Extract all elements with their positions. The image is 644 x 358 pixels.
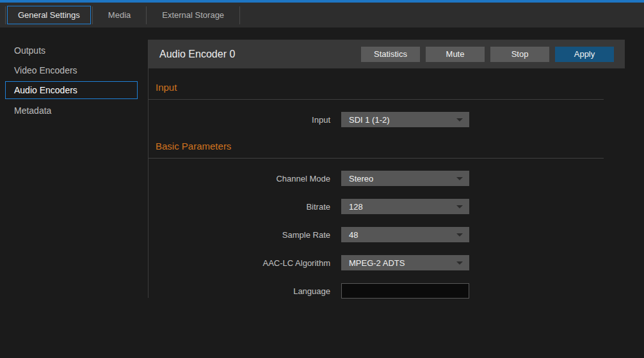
aac-lc-algorithm-dropdown-value: MPEG-2 ADTS <box>349 258 405 268</box>
statistics-button[interactable]: Statistics <box>361 47 420 62</box>
content-area: Outputs Video Encoders Audio Encoders Me… <box>0 27 644 358</box>
sample-rate-dropdown[interactable]: 48 <box>341 227 469 242</box>
mute-button[interactable]: Mute <box>426 47 485 62</box>
bitrate-dropdown-value: 128 <box>349 202 363 212</box>
input-dropdown[interactable]: SDI 1 (1-2) <box>341 112 469 127</box>
tab-general-settings[interactable]: General Settings <box>7 6 91 24</box>
page-title: Audio Encoder 0 <box>159 49 355 60</box>
input-dropdown-value: SDI 1 (1-2) <box>349 115 390 125</box>
language-label: Language <box>148 286 330 296</box>
panel-header: Audio Encoder 0 Statistics Mute Stop App… <box>148 40 625 68</box>
form-row-channel-mode: Channel Mode Stereo <box>148 171 604 186</box>
channel-mode-label: Channel Mode <box>148 174 330 183</box>
section-title-basic-parameters: Basic Parameters <box>148 141 604 159</box>
tab-external-storage[interactable]: External Storage <box>147 6 239 24</box>
input-label: Input <box>148 115 330 125</box>
aac-lc-algorithm-dropdown[interactable]: MPEG-2 ADTS <box>341 255 469 270</box>
main-panel: Audio Encoder 0 Statistics Mute Stop App… <box>148 27 644 358</box>
sample-rate-label: Sample Rate <box>148 230 330 240</box>
caret-down-icon <box>456 233 463 237</box>
sidebar-item-video-encoders[interactable]: Video Encoders <box>0 60 148 80</box>
section-input-rows: Input SDI 1 (1-2) <box>148 100 604 127</box>
form-row-input: Input SDI 1 (1-2) <box>148 112 604 127</box>
tab-bar: General Settings Media External Storage <box>0 3 644 27</box>
apply-button[interactable]: Apply <box>555 47 614 62</box>
aac-lc-algorithm-label: AAC-LC Algorithm <box>148 258 330 268</box>
sidebar-item-outputs[interactable]: Outputs <box>0 40 148 60</box>
bitrate-dropdown[interactable]: 128 <box>341 199 469 214</box>
tab-media[interactable]: Media <box>93 6 146 24</box>
caret-down-icon <box>456 118 463 121</box>
sidebar: Outputs Video Encoders Audio Encoders Me… <box>0 27 148 358</box>
form-row-bitrate: Bitrate 128 <box>148 199 604 214</box>
tab-separator <box>239 6 240 24</box>
caret-down-icon <box>456 177 463 180</box>
channel-mode-dropdown[interactable]: Stereo <box>341 171 469 186</box>
bitrate-label: Bitrate <box>148 202 330 212</box>
form-row-sample-rate: Sample Rate 48 <box>148 227 604 242</box>
form-sections: Input Input SDI 1 (1-2) Basic Parameters… <box>148 82 604 299</box>
tab-separator <box>5 6 6 24</box>
form-row-aac-lc-algorithm: AAC-LC Algorithm MPEG-2 ADTS <box>148 255 604 270</box>
stop-button[interactable]: Stop <box>490 47 549 62</box>
section-basic-parameters-rows: Channel Mode Stereo Bitrate 128 Sample R… <box>148 159 604 299</box>
language-input[interactable] <box>341 283 469 299</box>
caret-down-icon <box>456 205 463 208</box>
sidebar-divider <box>148 40 149 298</box>
sidebar-item-metadata[interactable]: Metadata <box>0 100 148 120</box>
sample-rate-dropdown-value: 48 <box>349 230 358 240</box>
sidebar-item-audio-encoders[interactable]: Audio Encoders <box>5 81 138 99</box>
channel-mode-dropdown-value: Stereo <box>349 174 373 183</box>
caret-down-icon <box>456 261 463 265</box>
form-row-language: Language <box>148 283 604 299</box>
section-title-input: Input <box>148 82 604 100</box>
